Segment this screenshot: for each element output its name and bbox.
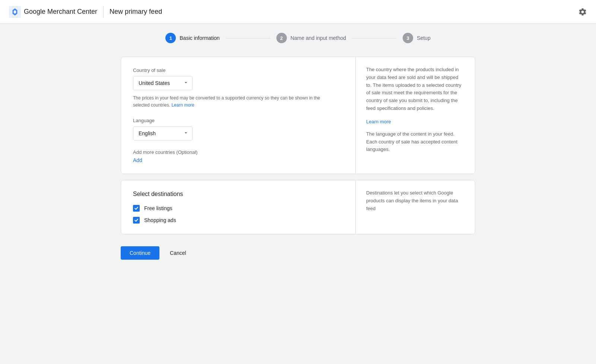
step-2-circle: 2 — [276, 33, 287, 43]
step-2: 2 Name and input method — [276, 33, 346, 43]
step-1-label: Basic information — [180, 35, 219, 41]
language-info-text: The language of the content in your feed… — [366, 130, 465, 153]
language-label: Language — [133, 118, 343, 123]
stepper: 1 Basic information 2 Name and input met… — [0, 24, 596, 51]
cancel-button[interactable]: Cancel — [164, 246, 192, 260]
page-title: New primary feed — [110, 8, 162, 16]
right-learn-more-link-1[interactable]: Learn more — [366, 119, 391, 124]
free-listings-checkbox[interactable] — [133, 205, 140, 212]
step-1-circle: 1 — [165, 33, 176, 43]
google-merchant-logo — [9, 6, 21, 18]
destinations-right: Destinations let you select which Google… — [356, 180, 475, 234]
checkmark-icon — [134, 206, 139, 211]
destinations-card: Select destinations Free listings — [121, 180, 475, 234]
step-3: 3 Setup — [403, 33, 431, 43]
app-header: Google Merchant Center New primary feed — [0, 0, 596, 24]
settings-icon[interactable] — [578, 7, 587, 16]
country-info-text: The country where the products included … — [366, 66, 465, 113]
app-name: Google Merchant Center — [24, 8, 97, 16]
form-footer: Continue Cancel — [121, 240, 475, 260]
step-3-circle: 3 — [403, 33, 413, 43]
language-select[interactable]: English Spanish French German — [133, 126, 193, 140]
free-listings-row: Free listings — [133, 205, 343, 212]
country-select-wrapper: United States Canada United Kingdom Aust… — [133, 76, 193, 90]
destinations-info-text: Destinations let you select which Google… — [366, 189, 465, 212]
step-3-label: Setup — [417, 35, 431, 41]
shopping-ads-row: Shopping ads — [133, 217, 343, 224]
country-learn-more-link[interactable]: Learn more — [171, 102, 194, 108]
add-countries-label: Add more countries (Optional) — [133, 149, 343, 155]
country-field-group: Country of sale United States Canada Uni… — [133, 67, 343, 109]
step-connector-2 — [352, 38, 397, 38]
basic-info-card: Country of sale United States Canada Uni… — [121, 57, 475, 174]
free-listings-label: Free listings — [144, 205, 172, 211]
main-content: Country of sale United States Canada Uni… — [112, 51, 484, 275]
language-field-group: Language English Spanish French German — [133, 118, 343, 140]
destinations-left: Select destinations Free listings — [121, 180, 356, 234]
country-label: Country of sale — [133, 67, 343, 73]
add-countries-group: Add more countries (Optional) Add — [133, 149, 343, 163]
continue-button[interactable]: Continue — [121, 246, 159, 260]
step-1: 1 Basic information — [165, 33, 219, 43]
shopping-ads-checkbox[interactable] — [133, 217, 140, 224]
checkmark-icon-2 — [134, 218, 139, 222]
basic-info-right: The country where the products included … — [356, 57, 475, 174]
step-connector-1 — [226, 38, 270, 38]
country-helper-text: The prices in your feed may be converted… — [133, 95, 327, 109]
header-actions — [578, 7, 587, 16]
shopping-ads-label: Shopping ads — [144, 217, 176, 223]
basic-info-left: Country of sale United States Canada Uni… — [121, 57, 356, 174]
header-divider — [103, 6, 104, 18]
logo-area: Google Merchant Center — [9, 6, 97, 18]
destinations-title: Select destinations — [133, 191, 343, 197]
add-countries-link[interactable]: Add — [133, 157, 142, 163]
country-select[interactable]: United States Canada United Kingdom Aust… — [133, 76, 193, 90]
step-2-label: Name and input method — [291, 35, 346, 41]
language-select-wrapper: English Spanish French German — [133, 126, 193, 140]
